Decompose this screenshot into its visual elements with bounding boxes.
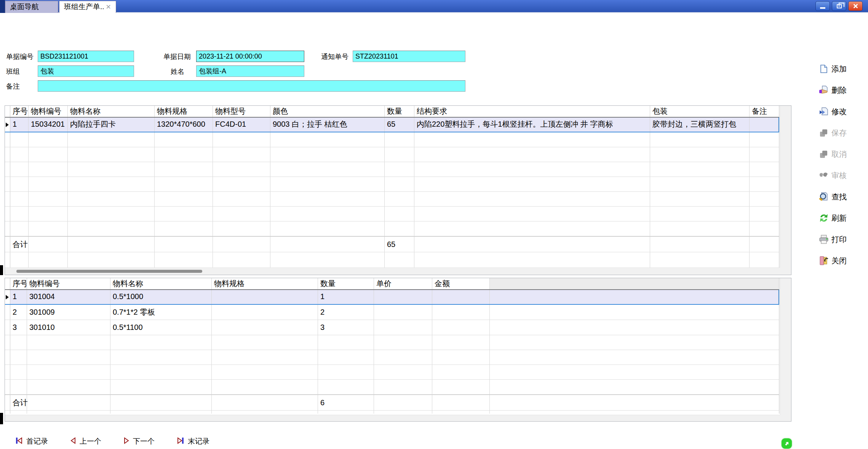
column-header[interactable]: 物料规格: [212, 278, 318, 289]
table-cell[interactable]: 内陷220塑料拉手，每斗1根竖挂杆。上顶左侧冲 井 字商标: [414, 118, 650, 132]
previous-record-button[interactable]: 上一个: [70, 436, 101, 447]
table-cell[interactable]: [374, 305, 432, 320]
horizontal-scrollbar[interactable]: [5, 267, 780, 275]
button-label: 查找: [831, 192, 847, 202]
empty-cell: [10, 350, 27, 365]
column-header[interactable]: 序号: [10, 106, 29, 117]
empty-cell: [318, 380, 374, 394]
column-header[interactable]: 物料名称: [110, 278, 212, 289]
table-cell[interactable]: 9003 白；拉手 桔红色: [270, 118, 385, 132]
table-cell[interactable]: [212, 290, 318, 304]
first-record-button[interactable]: 首记录: [15, 436, 48, 447]
column-header[interactable]: 物料型号: [213, 106, 270, 117]
remark-field[interactable]: [38, 80, 465, 92]
table-cell[interactable]: 1: [10, 290, 27, 304]
tab-production-order[interactable]: 班组生产单..✕: [59, 1, 116, 13]
table-cell[interactable]: 2: [10, 305, 27, 320]
column-header[interactable]: 序号: [10, 278, 27, 289]
table-cell[interactable]: FC4D-01: [213, 118, 270, 132]
table-row[interactable]: 23010090.7*1*2 零板2: [5, 305, 779, 320]
find-button[interactable]: 查找: [819, 191, 847, 202]
team-field[interactable]: 包装: [38, 65, 134, 77]
table-cell[interactable]: 15034201: [29, 118, 68, 132]
column-header[interactable]: 颜色: [270, 106, 385, 117]
row-indicator-header: [5, 278, 10, 289]
empty-cell: [385, 221, 414, 236]
column-header[interactable]: 物料编号: [27, 278, 110, 289]
table-cell[interactable]: 2: [318, 305, 374, 320]
assistant-widget-icon[interactable]: [782, 438, 792, 449]
name-field[interactable]: 包装组-A: [196, 65, 304, 77]
table-cell[interactable]: [750, 118, 778, 132]
empty-cell: [155, 132, 213, 147]
vertical-scrollbar[interactable]: [780, 106, 791, 267]
empty-cell: [213, 162, 270, 177]
tab-desktop-navigation[interactable]: 桌面导航: [5, 1, 58, 13]
table-cell[interactable]: 65: [385, 118, 414, 132]
modify-button[interactable]: 修改: [819, 106, 847, 117]
next-record-button[interactable]: 下一个: [123, 436, 155, 447]
table-cell[interactable]: 301010: [27, 320, 110, 335]
empty-row: [5, 365, 779, 380]
column-header[interactable]: 物料名称: [68, 106, 155, 117]
print-button[interactable]: 打印: [819, 234, 847, 245]
table-cell[interactable]: [374, 320, 432, 335]
table-cell[interactable]: 1320*470*600: [155, 118, 213, 132]
column-header[interactable]: 数量: [385, 106, 414, 117]
refresh-button[interactable]: 刷新: [819, 212, 847, 224]
table-cell[interactable]: 0.5*1100: [110, 320, 212, 335]
empty-cell: [110, 335, 212, 350]
notice-number-field[interactable]: STZ20231101: [353, 51, 465, 62]
empty-cell: [155, 207, 213, 221]
table-cell[interactable]: 1: [318, 290, 374, 304]
table-row[interactable]: 33010100.5*11003: [5, 320, 779, 335]
empty-row: [5, 411, 779, 414]
empty-cell: [750, 252, 779, 267]
table-cell[interactable]: 3: [318, 320, 374, 335]
table-cell[interactable]: 3: [10, 320, 27, 335]
empty-row: [5, 335, 779, 350]
table-cell[interactable]: 0.7*1*2 零板: [110, 305, 212, 320]
column-header[interactable]: 金额: [432, 278, 490, 289]
column-header[interactable]: 数量: [318, 278, 374, 289]
table-row[interactable]: 115034201内陷拉手四卡1320*470*600FC4D-019003 白…: [5, 117, 779, 132]
column-header[interactable]: 物料编号: [29, 106, 68, 117]
column-header[interactable]: 单价: [374, 278, 432, 289]
empty-cell: [490, 411, 779, 414]
table-cell[interactable]: 301009: [27, 305, 110, 320]
scrollbar-thumb[interactable]: [16, 270, 202, 273]
column-header[interactable]: 包装: [650, 106, 750, 117]
add-button[interactable]: 添加: [819, 63, 847, 75]
table-cell[interactable]: 胶带封边，三横两竖打包: [650, 118, 750, 132]
document-date-field[interactable]: 2023-11-21 00:00:00: [196, 51, 304, 62]
last-record-button[interactable]: 末记录: [177, 436, 209, 447]
column-header[interactable]: 结构要求: [414, 106, 650, 117]
vertical-scrollbar[interactable]: [780, 278, 791, 415]
close-button[interactable]: 关闭: [819, 255, 847, 266]
column-header[interactable]: 备注: [750, 106, 779, 117]
restore-icon[interactable]: [832, 1, 846, 11]
document-number-field[interactable]: BSD231121001: [38, 51, 134, 62]
table-cell[interactable]: [432, 305, 490, 320]
horizontal-scrollbar[interactable]: [5, 415, 780, 421]
table-cell[interactable]: 301004: [27, 290, 110, 304]
empty-cell: [29, 147, 68, 162]
table-cell[interactable]: [432, 290, 490, 304]
table-cell[interactable]: [374, 290, 432, 304]
delete-button[interactable]: 删除: [819, 84, 847, 96]
close-icon[interactable]: [848, 1, 863, 11]
empty-cell: [68, 252, 155, 267]
table-cell[interactable]: 内陷拉手四卡: [68, 118, 155, 132]
table-cell[interactable]: [432, 320, 490, 335]
table-cell[interactable]: 0.5*1000: [110, 290, 212, 304]
column-header[interactable]: 物料规格: [155, 106, 213, 117]
table-cell[interactable]: [212, 320, 318, 335]
empty-cell: [68, 221, 155, 236]
tab-close-icon[interactable]: ✕: [106, 3, 111, 11]
button-label: 打印: [831, 234, 847, 245]
table-cell[interactable]: 1: [10, 118, 29, 132]
row-indicator: [5, 221, 10, 236]
minimize-icon[interactable]: [815, 1, 830, 11]
table-cell[interactable]: [212, 305, 318, 320]
table-row[interactable]: 13010040.5*10001: [5, 290, 779, 305]
